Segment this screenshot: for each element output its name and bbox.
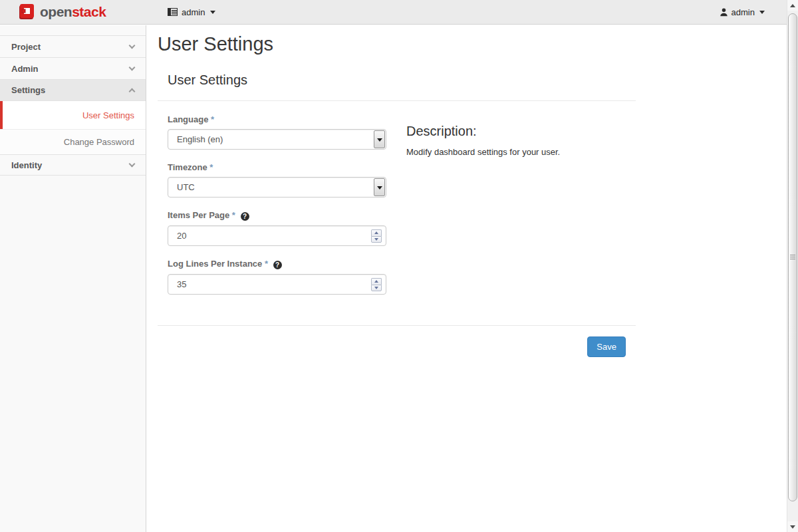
- description-text: Modify dashboard settings for your user.: [406, 146, 626, 158]
- sidebar-item-label: Settings: [11, 85, 45, 95]
- timezone-select[interactable]: UTC: [168, 177, 386, 198]
- log-lines-field: Log Lines Per Instance * ? 35: [168, 259, 386, 295]
- required-marker: *: [232, 210, 235, 220]
- question-circle-icon[interactable]: ?: [273, 261, 282, 269]
- project-switcher-label: admin: [182, 7, 205, 17]
- sidebar-item-label: Change Password: [64, 137, 134, 147]
- description-heading: Description:: [406, 124, 626, 138]
- spinner-down-icon[interactable]: [371, 285, 382, 291]
- user-settings-form: User Settings Language * English (en): [158, 72, 636, 357]
- timezone-label: Timezone *: [168, 162, 386, 172]
- openstack-wordmark: openstack: [40, 5, 106, 19]
- openstack-cube-icon: [19, 3, 35, 20]
- timezone-field: Timezone * UTC: [168, 162, 386, 198]
- language-field: Language * English (en): [168, 114, 386, 150]
- table-list-icon: [168, 8, 178, 16]
- select-arrow-icon[interactable]: [374, 130, 385, 148]
- required-marker: *: [209, 162, 213, 172]
- language-select-value: English (en): [177, 134, 223, 144]
- log-lines-value: 35: [177, 279, 186, 289]
- sidebar-item-identity[interactable]: Identity: [0, 154, 146, 176]
- log-lines-input[interactable]: 35: [168, 274, 386, 295]
- scrollbar-grip-icon: [790, 255, 795, 260]
- sidebar-nav: Project Admin Settings User Settings Cha…: [0, 25, 146, 532]
- user-menu[interactable]: admin: [720, 0, 765, 24]
- sidebar-item-label: Project: [11, 42, 41, 52]
- user-menu-label: admin: [732, 7, 755, 17]
- save-button[interactable]: Save: [587, 336, 626, 357]
- items-per-page-label: Items Per Page * ?: [168, 210, 386, 221]
- chevron-up-icon: [129, 88, 136, 95]
- page-title: User Settings: [158, 33, 787, 55]
- timezone-select-value: UTC: [177, 182, 195, 192]
- top-navbar: openstack admin admin: [0, 0, 787, 25]
- caret-down-icon: [759, 11, 765, 17]
- main-content: User Settings User Settings Language * E…: [147, 25, 787, 532]
- log-lines-label: Log Lines Per Instance * ?: [168, 259, 386, 269]
- sidebar-item-admin[interactable]: Admin: [0, 58, 146, 80]
- scroll-down-arrow-icon[interactable]: [787, 521, 798, 532]
- scrollbar-thumb[interactable]: [788, 13, 797, 501]
- language-select[interactable]: English (en): [168, 129, 386, 150]
- number-spinner: [371, 278, 382, 291]
- caret-down-icon: [210, 11, 215, 17]
- items-per-page-value: 20: [177, 231, 186, 241]
- sidebar-spacer: [0, 25, 146, 36]
- scroll-up-arrow-icon[interactable]: [787, 0, 798, 11]
- vertical-scrollbar[interactable]: [787, 0, 798, 532]
- sidebar-item-settings[interactable]: Settings: [0, 80, 146, 101]
- question-circle-icon[interactable]: ?: [241, 212, 249, 221]
- sidebar-item-change-password[interactable]: Change Password: [0, 129, 146, 154]
- sidebar-item-project[interactable]: Project: [0, 36, 146, 58]
- number-spinner: [371, 229, 382, 243]
- openstack-logo[interactable]: openstack: [19, 3, 106, 20]
- spinner-up-icon[interactable]: [371, 229, 382, 236]
- sidebar-item-user-settings[interactable]: User Settings: [0, 101, 146, 129]
- form-fields-column: Language * English (en) Timezone * UTC: [168, 114, 386, 307]
- form-footer: Save: [158, 326, 636, 357]
- user-icon: [720, 8, 728, 17]
- chevron-down-icon: [129, 161, 136, 168]
- items-per-page-field: Items Per Page * ? 20: [168, 210, 386, 246]
- description-column: Description: Modify dashboard settings f…: [406, 114, 626, 307]
- settings-submenu: User Settings Change Password: [0, 101, 146, 154]
- items-per-page-input[interactable]: 20: [168, 225, 386, 246]
- sidebar-item-label: User Settings: [82, 110, 134, 120]
- sidebar-item-label: Identity: [11, 160, 42, 170]
- spinner-up-icon[interactable]: [371, 278, 382, 285]
- language-label: Language *: [168, 114, 386, 124]
- project-switcher-menu[interactable]: admin: [168, 0, 215, 24]
- chevron-down-icon: [129, 43, 136, 49]
- form-title: User Settings: [158, 72, 636, 87]
- sidebar-item-label: Admin: [11, 64, 38, 74]
- spinner-down-icon[interactable]: [371, 236, 382, 243]
- select-arrow-icon[interactable]: [374, 178, 385, 196]
- required-marker: *: [211, 114, 214, 124]
- chevron-down-icon: [129, 65, 136, 71]
- required-marker: *: [265, 259, 268, 269]
